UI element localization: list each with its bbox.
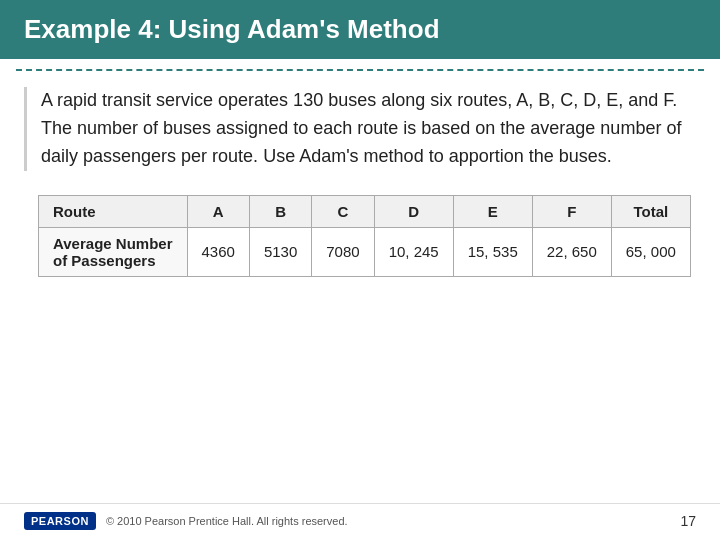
footer: PEARSON © 2010 Pearson Prentice Hall. Al…	[0, 503, 720, 540]
col-header-route: Route	[39, 195, 188, 227]
page-number: 17	[680, 513, 696, 529]
route-table: Route A B C D E F Total Average Numberof…	[38, 195, 691, 277]
cell-b: 5130	[249, 227, 311, 276]
col-header-c: C	[312, 195, 374, 227]
cell-a: 4360	[187, 227, 249, 276]
col-header-f: F	[532, 195, 611, 227]
table-row: Average Numberof Passengers 4360 5130 70…	[39, 227, 691, 276]
cell-c: 7080	[312, 227, 374, 276]
col-header-total: Total	[611, 195, 690, 227]
table-header-row: Route A B C D E F Total	[39, 195, 691, 227]
col-header-a: A	[187, 195, 249, 227]
content-area: A rapid transit service operates 130 bus…	[0, 71, 720, 503]
header: Example 4: Using Adam's Method	[0, 0, 720, 59]
cell-e: 15, 535	[453, 227, 532, 276]
pearson-logo: PEARSON	[24, 512, 96, 530]
cell-total: 65, 000	[611, 227, 690, 276]
problem-paragraph: A rapid transit service operates 130 bus…	[24, 87, 696, 171]
col-header-b: B	[249, 195, 311, 227]
cell-d: 10, 245	[374, 227, 453, 276]
footer-left: PEARSON © 2010 Pearson Prentice Hall. Al…	[24, 512, 348, 530]
page-title: Example 4: Using Adam's Method	[24, 14, 696, 45]
page: Example 4: Using Adam's Method A rapid t…	[0, 0, 720, 540]
cell-f: 22, 650	[532, 227, 611, 276]
row-label: Average Numberof Passengers	[39, 227, 188, 276]
data-table-wrapper: Route A B C D E F Total Average Numberof…	[38, 195, 696, 277]
col-header-d: D	[374, 195, 453, 227]
copyright-text: © 2010 Pearson Prentice Hall. All rights…	[106, 515, 348, 527]
col-header-e: E	[453, 195, 532, 227]
